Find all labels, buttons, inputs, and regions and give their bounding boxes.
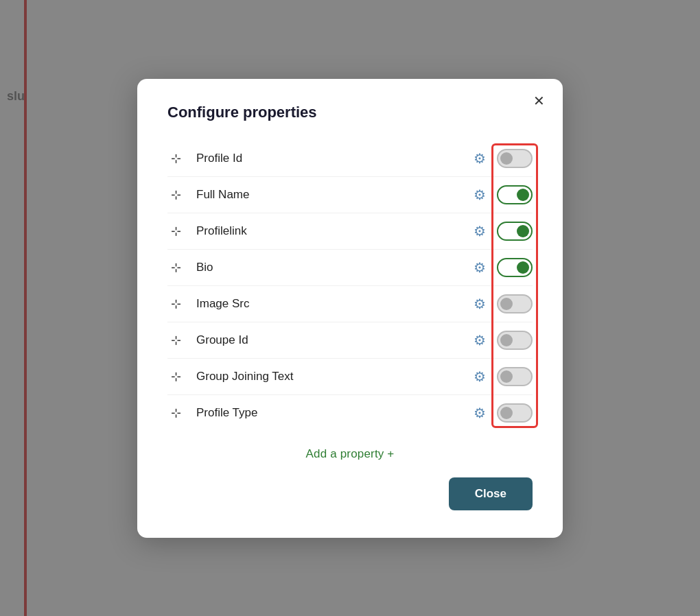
- property-row-bio: ⊹ Bio ⚙: [167, 250, 533, 286]
- toggle-track-group-joining-text[interactable]: [497, 367, 533, 386]
- toggle-track-groupe-id[interactable]: [497, 331, 533, 350]
- property-list: ⊹ Profile Id ⚙ ⊹ Full Name ⚙ ⊹ Profileli…: [167, 141, 533, 431]
- property-name-groupe-id: Groupe Id: [196, 333, 474, 347]
- drag-handle-bio[interactable]: ⊹: [167, 260, 184, 275]
- toggle-thumb-profilelink: [517, 225, 529, 237]
- toggle-track-bio[interactable]: [497, 258, 533, 277]
- gear-icon-groupe-id[interactable]: ⚙: [474, 332, 486, 348]
- gear-icon-profile-type[interactable]: ⚙: [474, 405, 486, 421]
- modal-footer: Close: [167, 477, 533, 510]
- gear-icon-bio[interactable]: ⚙: [474, 259, 486, 276]
- gear-icon-full-name[interactable]: ⚙: [474, 187, 486, 203]
- property-row-image-src: ⊹ Image Src ⚙: [167, 286, 533, 322]
- property-row-profilelink: ⊹ Profilelink ⚙: [167, 213, 533, 250]
- drag-handle-profile-id[interactable]: ⊹: [167, 151, 184, 166]
- property-name-image-src: Image Src: [196, 297, 474, 311]
- configure-properties-modal: ✕ Configure properties ⊹ Profile Id ⚙ ⊹ …: [137, 79, 563, 538]
- toggle-full-name[interactable]: [497, 185, 533, 204]
- gear-icon-profilelink[interactable]: ⚙: [474, 223, 486, 239]
- property-name-profilelink: Profilelink: [196, 224, 474, 238]
- modal-overlay: ✕ Configure properties ⊹ Profile Id ⚙ ⊹ …: [0, 0, 700, 616]
- drag-handle-profile-type[interactable]: ⊹: [167, 405, 184, 420]
- toggle-group-joining-text[interactable]: [497, 367, 533, 386]
- toggle-image-src[interactable]: [497, 294, 533, 313]
- drag-handle-groupe-id[interactable]: ⊹: [167, 333, 184, 348]
- drag-handle-image-src[interactable]: ⊹: [167, 296, 184, 311]
- toggle-track-profile-type[interactable]: [497, 403, 533, 423]
- property-name-profile-type: Profile Type: [196, 406, 474, 420]
- toggle-thumb-full-name: [517, 189, 529, 201]
- toggle-profile-type[interactable]: [497, 403, 533, 423]
- toggle-thumb-groupe-id: [500, 334, 513, 346]
- toggle-profilelink[interactable]: [497, 222, 533, 241]
- toggle-thumb-group-joining-text: [500, 370, 513, 383]
- close-button[interactable]: Close: [449, 477, 533, 510]
- toggle-bio[interactable]: [497, 258, 533, 277]
- property-name-bio: Bio: [196, 261, 474, 274]
- toggle-thumb-bio: [517, 261, 529, 274]
- drag-handle-group-joining-text[interactable]: ⊹: [167, 369, 184, 384]
- drag-handle-profilelink[interactable]: ⊹: [167, 224, 184, 239]
- add-property-button[interactable]: Add a property +: [306, 447, 395, 461]
- property-rows-container: ⊹ Profile Id ⚙ ⊹ Full Name ⚙ ⊹ Profileli…: [167, 141, 533, 431]
- modal-title: Configure properties: [167, 104, 533, 121]
- property-row-profile-id: ⊹ Profile Id ⚙: [167, 141, 533, 177]
- property-name-group-joining-text: Group Joining Text: [196, 370, 474, 383]
- property-row-groupe-id: ⊹ Groupe Id ⚙: [167, 322, 533, 359]
- toggle-track-full-name[interactable]: [497, 185, 533, 204]
- toggle-groupe-id[interactable]: [497, 331, 533, 350]
- property-row-full-name: ⊹ Full Name ⚙: [167, 177, 533, 213]
- toggle-track-profilelink[interactable]: [497, 222, 533, 241]
- toggle-thumb-profile-type: [500, 407, 513, 419]
- toggle-track-image-src[interactable]: [497, 294, 533, 313]
- property-name-profile-id: Profile Id: [196, 152, 474, 165]
- property-row-profile-type: ⊹ Profile Type ⚙: [167, 395, 533, 431]
- add-property-section: Add a property +: [167, 447, 533, 461]
- toggle-thumb-profile-id: [500, 152, 513, 165]
- gear-icon-image-src[interactable]: ⚙: [474, 296, 486, 312]
- gear-icon-profile-id[interactable]: ⚙: [474, 150, 486, 167]
- toggle-profile-id[interactable]: [497, 149, 533, 168]
- toggle-thumb-image-src: [500, 298, 513, 310]
- property-name-full-name: Full Name: [196, 188, 474, 202]
- toggle-track-profile-id[interactable]: [497, 149, 533, 168]
- gear-icon-group-joining-text[interactable]: ⚙: [474, 368, 486, 385]
- drag-handle-full-name[interactable]: ⊹: [167, 187, 184, 202]
- modal-close-button[interactable]: ✕: [530, 91, 548, 110]
- property-row-group-joining-text: ⊹ Group Joining Text ⚙: [167, 359, 533, 395]
